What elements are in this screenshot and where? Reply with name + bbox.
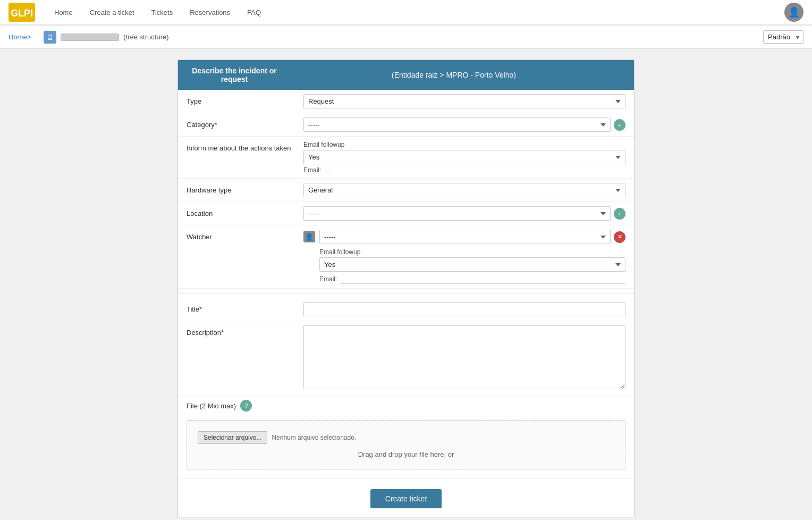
entity-select xyxy=(61,33,119,41)
form-container: Describe the incident or request (Entida… xyxy=(177,60,635,517)
btn-area: Create ticket xyxy=(178,479,634,517)
padrao-select[interactable]: Padrão xyxy=(763,30,803,44)
category-select[interactable]: ----- xyxy=(303,118,611,132)
form-header-left: Describe the incident or request xyxy=(187,66,282,83)
inform-label: Inform me about the actions taken xyxy=(187,141,303,152)
watcher-email-followup-label: Email followup xyxy=(319,248,625,256)
email-followup-label-1: Email followup xyxy=(303,141,625,148)
description-row: Description* xyxy=(178,321,634,396)
description-label: Description* xyxy=(187,325,303,337)
title-control xyxy=(303,302,625,316)
email-row-1: Email: . . xyxy=(303,166,625,174)
email-followup-select-1[interactable]: Yes No xyxy=(303,150,625,164)
watcher-person-row: 👤 ----- ✕ Email followup Yes No xyxy=(303,230,625,284)
header: GLPI Home Create a ticket Tickets Reserv… xyxy=(0,0,812,26)
separator xyxy=(178,293,634,293)
type-control: Request Incident xyxy=(303,94,625,108)
type-select[interactable]: Request Incident xyxy=(303,94,625,108)
logo[interactable]: GLPI xyxy=(9,3,35,22)
watcher-person-select[interactable]: ----- xyxy=(319,230,611,244)
nav-reservations[interactable]: Reservations xyxy=(181,0,239,25)
category-select-row: ----- + xyxy=(303,118,625,132)
watcher-email-row: Email: xyxy=(319,274,625,284)
title-required: * xyxy=(199,305,202,313)
dropdown-right: Padrão xyxy=(763,30,803,44)
create-ticket-button[interactable]: Create ticket xyxy=(370,489,442,508)
watcher-remove-btn[interactable]: ✕ xyxy=(614,231,625,243)
hardware-type-label: Hardware type xyxy=(187,183,303,194)
watcher-email-label: Email: xyxy=(319,275,337,283)
form-header-right: (Entidade raiz > MPRO - Porto Velho) xyxy=(282,71,625,79)
inform-control: Email followup Yes No Email: . . xyxy=(303,141,625,174)
title-input[interactable] xyxy=(303,302,625,316)
svg-text:GLPI: GLPI xyxy=(11,8,33,19)
entity-label: (tree structure) xyxy=(123,33,168,41)
location-select-row: ----- + xyxy=(303,206,625,221)
watcher-person-icon: 👤 xyxy=(303,231,315,242)
main-nav: Home Create a ticket Tickets Reservation… xyxy=(46,0,784,25)
location-row: Location ----- + xyxy=(178,202,634,225)
file-name-label: Nenhum arquivo selecionado. xyxy=(272,434,356,441)
description-control xyxy=(303,325,625,391)
file-label: File (2 Mio max) xyxy=(187,402,236,410)
watcher-label: Watcher xyxy=(187,230,303,241)
breadcrumb-bar: Home> 🖥 (tree structure) Padrão xyxy=(0,26,812,49)
watcher-right: ----- ✕ Email followup Yes No Email: xyxy=(319,230,625,284)
nav-tickets[interactable]: Tickets xyxy=(143,0,182,25)
location-add-btn[interactable]: + xyxy=(614,208,625,220)
email-value-1: . . xyxy=(325,166,331,174)
nav-faq[interactable]: FAQ xyxy=(239,0,269,25)
main-content: Describe the incident or request (Entida… xyxy=(0,49,812,520)
watcher-email-followup-select[interactable]: Yes No xyxy=(319,257,625,272)
user-avatar[interactable]: 👤 xyxy=(784,3,803,22)
hardware-type-select[interactable]: General xyxy=(303,183,625,197)
description-required: * xyxy=(221,329,224,337)
type-row: Type Request Incident xyxy=(178,90,634,113)
nav-home[interactable]: Home xyxy=(46,0,81,25)
file-drag-text: Drag and drop your file here, or xyxy=(198,450,614,458)
file-input-row: Selecionar arquivo... Nenhum arquivo sel… xyxy=(198,431,614,444)
category-control: ----- + xyxy=(303,118,625,132)
description-textarea[interactable] xyxy=(303,325,625,389)
file-select-btn[interactable]: Selecionar arquivo... xyxy=(198,431,267,444)
title-label: Title* xyxy=(187,302,303,313)
breadcrumb: Home> xyxy=(9,33,31,41)
location-control: ----- + xyxy=(303,206,625,221)
entity-area: 🖥 (tree structure) xyxy=(44,31,168,44)
hardware-type-row: Hardware type General xyxy=(178,179,634,202)
type-label: Type xyxy=(187,94,303,105)
file-row: File (2 Mio max) ? Selecionar arquivo...… xyxy=(178,396,634,479)
watcher-select-row: ----- ✕ xyxy=(319,230,625,244)
category-label: Category* xyxy=(187,118,303,129)
category-required: * xyxy=(215,121,217,129)
title-row: Title* xyxy=(178,298,634,321)
location-label: Location xyxy=(187,206,303,217)
location-select[interactable]: ----- xyxy=(303,206,611,221)
hardware-type-control: General xyxy=(303,183,625,197)
breadcrumb-home[interactable]: Home> xyxy=(9,33,31,41)
category-add-btn[interactable]: + xyxy=(614,119,625,131)
watcher-control: 👤 ----- ✕ Email followup Yes No xyxy=(303,230,625,284)
nav-create-ticket[interactable]: Create a ticket xyxy=(81,0,143,25)
file-info-btn[interactable]: ? xyxy=(240,400,252,412)
email-label-1: Email: xyxy=(303,166,321,174)
category-row: Category* ----- + xyxy=(178,113,634,137)
file-upload-area[interactable]: Selecionar arquivo... Nenhum arquivo sel… xyxy=(187,420,625,469)
watcher-email-input[interactable] xyxy=(341,274,625,284)
form-header: Describe the incident or request (Entida… xyxy=(178,60,634,90)
entity-icon: 🖥 xyxy=(44,31,56,44)
watcher-row: Watcher 👤 ----- ✕ Email followup Yes xyxy=(178,225,634,289)
inform-row: Inform me about the actions taken Email … xyxy=(178,137,634,179)
